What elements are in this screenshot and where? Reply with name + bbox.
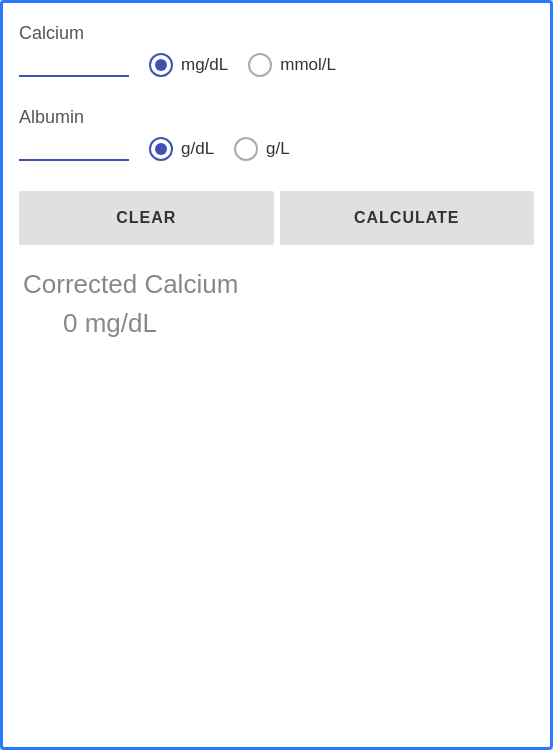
- albumin-input-row: g/dL g/L: [19, 134, 534, 161]
- result-value: 0 mg/dL: [23, 308, 534, 339]
- calcium-section: Calcium mg/dL mmol/L: [19, 23, 534, 97]
- calcium-label: Calcium: [19, 23, 534, 44]
- calcium-mmol-l-label: mmol/L: [280, 55, 336, 75]
- albumin-label: Albumin: [19, 107, 534, 128]
- app-frame: Calcium mg/dL mmol/L Albumin: [0, 0, 553, 750]
- clear-button[interactable]: CLEAR: [19, 191, 274, 245]
- calcium-mmol-l-radio[interactable]: [248, 53, 272, 77]
- calcium-mg-dl-label: mg/dL: [181, 55, 228, 75]
- action-buttons: CLEAR CALCULATE: [19, 191, 534, 245]
- calcium-unit-group: mg/dL mmol/L: [149, 53, 336, 77]
- albumin-g-dl-option[interactable]: g/dL: [149, 137, 214, 161]
- result-section: Corrected Calcium 0 mg/dL: [19, 269, 534, 339]
- albumin-g-l-option[interactable]: g/L: [234, 137, 290, 161]
- calculate-button[interactable]: CALCULATE: [280, 191, 535, 245]
- calcium-mg-dl-radio[interactable]: [149, 53, 173, 77]
- albumin-g-l-radio[interactable]: [234, 137, 258, 161]
- albumin-g-dl-label: g/dL: [181, 139, 214, 159]
- albumin-unit-group: g/dL g/L: [149, 137, 290, 161]
- albumin-section: Albumin g/dL g/L: [19, 107, 534, 181]
- calcium-mg-dl-option[interactable]: mg/dL: [149, 53, 228, 77]
- result-label: Corrected Calcium: [23, 269, 534, 300]
- albumin-g-l-label: g/L: [266, 139, 290, 159]
- calcium-input-row: mg/dL mmol/L: [19, 50, 534, 77]
- calcium-input[interactable]: [19, 50, 129, 77]
- albumin-g-dl-radio[interactable]: [149, 137, 173, 161]
- albumin-input[interactable]: [19, 134, 129, 161]
- calcium-mmol-l-option[interactable]: mmol/L: [248, 53, 336, 77]
